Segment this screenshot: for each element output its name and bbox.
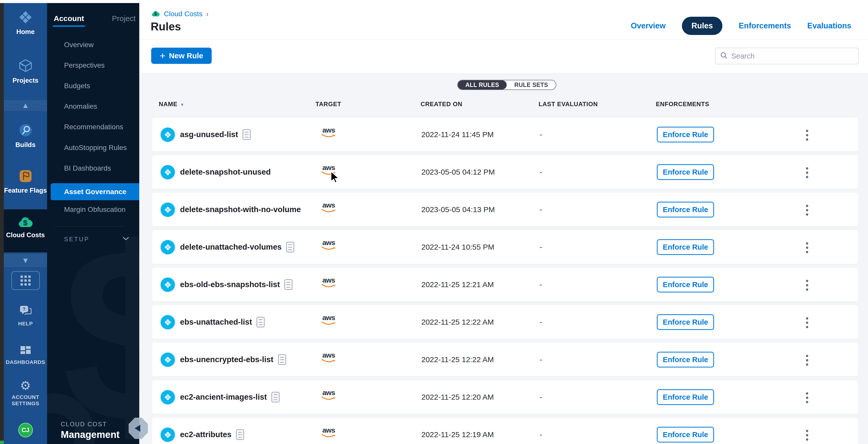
tab-enforcements[interactable]: Enforcements bbox=[739, 21, 791, 30]
tab-account[interactable]: Account bbox=[54, 14, 84, 23]
sidebar-item-bi-dashboards[interactable]: BI Dashboards bbox=[47, 163, 139, 174]
sidebar-item-projects[interactable]: Projects bbox=[4, 58, 47, 84]
enforce-rule-button[interactable]: Enforce Rule bbox=[657, 389, 714, 405]
table-row[interactable]: ❖ ebs-unattached-list aws 2022-11-25 12:… bbox=[152, 305, 858, 339]
sidebar-item-home[interactable]: ❖ Home bbox=[4, 9, 47, 36]
search-box[interactable] bbox=[715, 48, 859, 64]
cloud-costs-icon: $ bbox=[18, 215, 34, 229]
sidebar-item-feature-flags[interactable]: Feature Flags bbox=[4, 169, 47, 195]
created-on-value: 2022-11-25 12:20 AM bbox=[421, 380, 494, 414]
row-menu-icon[interactable] bbox=[805, 391, 809, 404]
avatar[interactable]: CJ bbox=[18, 423, 33, 437]
row-menu-icon[interactable] bbox=[805, 204, 809, 217]
rule-icon: ❖ bbox=[160, 390, 175, 405]
table-row[interactable]: ❖ ec2-ancient-images-list aws 2022-11-25… bbox=[152, 380, 858, 414]
user-avatar-item[interactable]: CJ bbox=[4, 423, 47, 437]
sidebar-item-label: HELP bbox=[18, 320, 33, 327]
sort-desc-icon[interactable]: ▼ bbox=[180, 102, 185, 107]
column-enforcements: ENFORCEMENTS bbox=[656, 100, 709, 108]
description-icon[interactable] bbox=[278, 354, 286, 365]
enforce-rule-button[interactable]: Enforce Rule bbox=[657, 202, 714, 217]
sidebar-item-label: Feature Flags bbox=[4, 186, 47, 195]
toggle-rule-sets[interactable]: RULE SETS bbox=[507, 80, 556, 89]
description-icon[interactable] bbox=[243, 129, 251, 140]
search-icon bbox=[720, 52, 728, 60]
rule-name: delete-snapshot-unused bbox=[180, 168, 271, 177]
enforce-rule-button[interactable]: Enforce Rule bbox=[657, 427, 714, 442]
svg-text:$: $ bbox=[154, 12, 157, 17]
aws-target-logo: aws bbox=[320, 277, 338, 289]
sidebar-item-perspectives[interactable]: Perspectives bbox=[47, 60, 139, 71]
toggle-all-rules[interactable]: ALL RULES bbox=[458, 80, 507, 89]
help-chat-icon: ? bbox=[19, 305, 32, 318]
rule-name: asg-unused-list bbox=[180, 130, 238, 139]
description-icon[interactable] bbox=[256, 317, 265, 327]
page-title: Rules bbox=[151, 20, 181, 33]
sidebar-item-builds[interactable]: Builds bbox=[4, 123, 47, 149]
created-on-value: 2022-11-24 11:45 PM bbox=[421, 118, 494, 151]
enforce-rule-button[interactable]: Enforce Rule bbox=[657, 352, 714, 367]
enforce-rule-button[interactable]: Enforce Rule bbox=[657, 314, 714, 330]
breadcrumb-link-cloud-costs[interactable]: Cloud Costs bbox=[164, 10, 203, 18]
new-rule-button[interactable]: + New Rule bbox=[151, 48, 212, 64]
plus-icon: + bbox=[160, 51, 165, 61]
module-brand: CLOUD COST Management bbox=[61, 421, 120, 440]
enforce-rule-button[interactable]: Enforce Rule bbox=[657, 239, 714, 255]
row-menu-icon[interactable] bbox=[805, 241, 809, 254]
tab-overview[interactable]: Overview bbox=[631, 21, 666, 30]
rule-name: delete-snapshot-with-no-volume bbox=[180, 205, 301, 214]
enforce-rule-button[interactable]: Enforce Rule bbox=[657, 164, 714, 180]
rule-name: ec2-attributes bbox=[180, 430, 231, 439]
description-icon[interactable] bbox=[236, 429, 244, 440]
table-row[interactable]: ❖ ec2-attributes aws 2022-11-25 12:19 AM… bbox=[152, 417, 858, 444]
sidebar-item-label: DASHBOARDS bbox=[6, 359, 45, 365]
rule-name: ec2-ancient-images-list bbox=[180, 392, 267, 402]
table-row[interactable]: ❖ ebs-unencrypted-ebs-list aws 2022-11-2… bbox=[152, 343, 858, 377]
sidebar-item-cloud-costs[interactable]: $ Cloud Costs bbox=[4, 215, 47, 239]
sidebar-scroll-up[interactable]: ▲ bbox=[4, 99, 47, 111]
tab-project[interactable]: Project bbox=[112, 14, 135, 23]
table-row[interactable]: ❖ delete-snapshot-with-no-volume aws 202… bbox=[152, 193, 858, 227]
table-row[interactable]: ❖ delete-snapshot-unused aws 2023-05-05 … bbox=[152, 155, 858, 189]
window-top-strip bbox=[0, 0, 868, 3]
row-menu-icon[interactable] bbox=[805, 316, 809, 329]
enforce-rule-button[interactable]: Enforce Rule bbox=[657, 127, 714, 142]
sidebar-item-dashboards[interactable]: DASHBOARDS bbox=[4, 346, 47, 365]
enforce-rule-button[interactable]: Enforce Rule bbox=[657, 277, 714, 292]
rule-name: ebs-unencrypted-ebs-list bbox=[180, 355, 274, 364]
search-input[interactable] bbox=[731, 52, 854, 60]
sidebar-item-account-settings[interactable]: ⚙ ACCOUNT SETTINGS bbox=[4, 380, 47, 407]
setup-section-toggle[interactable]: SETUP bbox=[64, 236, 129, 243]
row-menu-icon[interactable] bbox=[805, 279, 809, 292]
row-menu-icon[interactable] bbox=[805, 166, 809, 179]
sidebar-item-asset-governance[interactable]: Asset Governance bbox=[51, 183, 139, 200]
tab-evaluations[interactable]: Evaluations bbox=[807, 21, 851, 30]
tab-rules[interactable]: Rules bbox=[682, 17, 722, 35]
new-rule-label: New Rule bbox=[169, 52, 203, 60]
row-menu-icon[interactable] bbox=[805, 354, 809, 367]
sidebar-item-budgets[interactable]: Budgets bbox=[47, 80, 139, 91]
sidebar-item-anomalies[interactable]: Anomalies bbox=[47, 101, 139, 112]
rules-filter-toggle: ALL RULES RULE SETS bbox=[457, 80, 556, 90]
description-icon[interactable] bbox=[286, 242, 294, 253]
brand-line-1: CLOUD COST bbox=[61, 421, 120, 428]
sidebar-scroll-down[interactable]: ▼ bbox=[4, 254, 47, 267]
row-menu-icon[interactable] bbox=[805, 129, 809, 142]
sidebar-item-label: ACCOUNT SETTINGS bbox=[7, 394, 44, 407]
row-menu-icon[interactable] bbox=[805, 429, 809, 442]
table-row[interactable]: ❖ ebs-old-ebs-snapshots-list aws 2022-11… bbox=[152, 267, 858, 302]
sidebar-item-help[interactable]: ? HELP bbox=[4, 305, 47, 327]
sidebar-item-autostopping-rules[interactable]: AutoStopping Rules bbox=[47, 142, 139, 153]
last-evaluation-value: - bbox=[539, 305, 542, 339]
table-row[interactable]: ❖ delete-unattached-volumes aws 2022-11-… bbox=[152, 230, 858, 264]
module-picker[interactable] bbox=[4, 271, 47, 290]
description-icon[interactable] bbox=[272, 392, 280, 403]
rule-icon: ❖ bbox=[160, 277, 175, 292]
rule-icon: ❖ bbox=[160, 240, 175, 255]
sidebar-item-recommendations[interactable]: Recommendations bbox=[47, 121, 139, 132]
last-evaluation-value: - bbox=[539, 230, 542, 264]
sidebar-item-overview[interactable]: Overview bbox=[47, 39, 139, 51]
sidebar-item-margin-obfuscation[interactable]: Margin Obfuscation bbox=[47, 204, 139, 215]
description-icon[interactable] bbox=[284, 279, 292, 290]
table-row[interactable]: ❖ asg-unused-list aws 2022-11-24 11:45 P… bbox=[152, 117, 858, 152]
